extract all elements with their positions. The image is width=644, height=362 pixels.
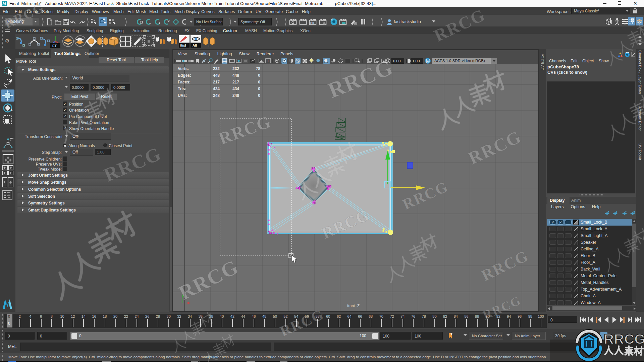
svg-text:RRCG: RRCG: [604, 331, 644, 347]
svg-text:IPR: IPR: [310, 22, 314, 24]
svg-text:T: T: [267, 59, 269, 63]
svg-text:FT: FT: [52, 44, 57, 48]
svg-text:ON: ON: [426, 60, 429, 62]
svg-text:Hist: Hist: [180, 44, 186, 47]
svg-text:All: All: [193, 44, 197, 47]
